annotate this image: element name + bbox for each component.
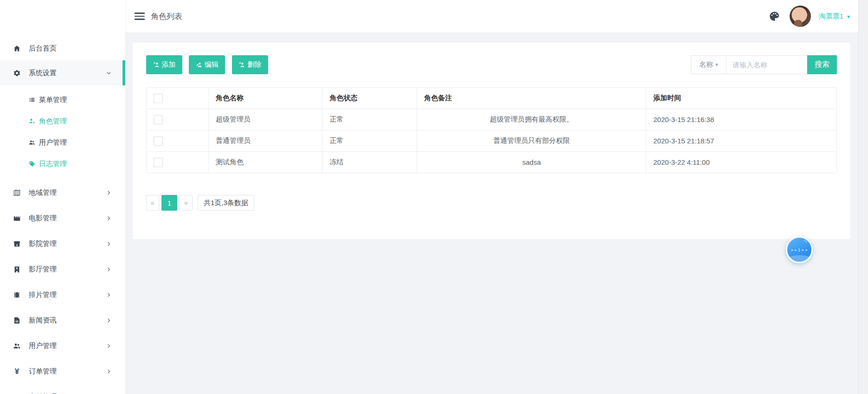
users-icon [29, 139, 35, 146]
pagination-info: 共1页,3条数据 [198, 195, 254, 211]
clock-time-display: --:-- [791, 247, 808, 253]
storefront-icon [13, 240, 21, 248]
delete-button-label: 删除 [247, 60, 261, 69]
sidebar-item-label: 电影管理 [29, 214, 57, 223]
sidebar-item-label: 新闻资讯 [29, 316, 57, 325]
chevron-right-icon [106, 369, 111, 374]
chevron-right-icon [106, 343, 111, 349]
hamburger-menu-icon[interactable] [135, 13, 145, 20]
role-remark-cell: sadsa [417, 152, 646, 173]
sidebar-item-order-mgmt[interactable]: ¥ 订单管理 [0, 362, 125, 381]
pagination-prev-button[interactable]: « [146, 195, 159, 211]
pagination-next-button[interactable]: » [180, 195, 193, 211]
sidebar-item-label: 系统设置 [29, 69, 57, 78]
role-time-cell: 2020-3-15 21:16:38 [646, 109, 837, 130]
app-viewport: 后台首页 系统设置 菜单管理 角色管理 [0, 0, 868, 394]
role-status-cell: 冻结 [322, 152, 417, 173]
sidebar-item-label: 订单管理 [29, 367, 57, 376]
column-header-time: 添加时间 [646, 88, 837, 109]
user-menu[interactable]: 淘票票1 ▾ [818, 12, 850, 21]
table-row: 普通管理员 正常 普通管理员只有部分权限 2020-3-15 21:18:57 [147, 130, 837, 152]
role-time-cell: 2020-3-15 21:18:57 [646, 130, 837, 152]
building-icon [13, 265, 21, 273]
person-remove-icon [238, 61, 245, 68]
role-status-cell: 正常 [322, 109, 417, 130]
floating-clock-widget[interactable]: --:-- [786, 236, 813, 263]
chevron-right-icon [106, 241, 111, 246]
sidebar-item-user-mgmt-sub[interactable]: 用户管理 [0, 132, 125, 153]
sidebar-item-label: 菜单管理 [39, 96, 67, 104]
sidebar-item-label: 日志管理 [39, 160, 67, 168]
column-header-status: 角色状态 [322, 88, 417, 109]
film-strip-icon [13, 291, 21, 299]
sidebar-item-schedule-mgmt[interactable]: 排片管理 [0, 285, 125, 304]
sidebar-item-label: 支付管理 [29, 393, 57, 394]
sidebar-item-label: 排片管理 [29, 291, 57, 299]
sidebar-item-user-mgmt[interactable]: 用户管理 [0, 336, 125, 355]
sidebar-item-dashboard[interactable]: 后台首页 [0, 39, 125, 58]
search-input[interactable] [727, 55, 807, 74]
add-button-label: 添加 [162, 60, 176, 69]
news-document-icon [13, 316, 21, 324]
edit-button-label: 编辑 [205, 60, 219, 69]
page-background: 添加 编辑 删除 名称 ▾ 搜索 [125, 33, 859, 394]
header-checkbox-cell [147, 88, 209, 109]
person-add-icon [153, 61, 160, 68]
table-row: 超级管理员 正常 超级管理员拥有最高权限。 2020-3-15 21:16:38 [147, 109, 837, 130]
delete-button[interactable]: 删除 [232, 55, 268, 74]
roles-table: 角色名称 角色状态 角色备注 添加时间 超级管理员 正常 超级管理员拥有最高权限… [146, 87, 837, 173]
users-icon [13, 342, 21, 350]
caret-down-icon: ▾ [715, 62, 718, 68]
sidebar-item-label: 地域管理 [29, 188, 57, 197]
column-header-remark: 角色备注 [417, 88, 646, 109]
filter-field-label: 名称 [699, 60, 713, 69]
sidebar-item-label: 用户管理 [29, 342, 57, 350]
sidebar-item-movie-mgmt[interactable]: 电影管理 [0, 209, 125, 227]
add-button[interactable]: 添加 [146, 55, 182, 74]
row-checkbox[interactable] [154, 136, 163, 146]
role-name-cell: 超级管理员 [208, 109, 322, 130]
sidebar-item-news[interactable]: 新闻资讯 [0, 311, 125, 329]
username-label: 淘票票1 [818, 12, 843, 20]
sidebar-item-cinema-mgmt[interactable]: 影院管理 [0, 234, 125, 253]
chevron-right-icon [106, 267, 111, 272]
scrollbar[interactable] [858, 0, 868, 394]
gear-icon [13, 69, 21, 77]
sidebar-item-label: 角色管理 [39, 117, 67, 126]
tag-icon [29, 161, 35, 167]
row-checkbox[interactable] [154, 115, 163, 124]
home-icon [13, 45, 21, 52]
sidebar-item-hall-mgmt[interactable]: 影厅管理 [0, 260, 125, 278]
column-header-name: 角色名称 [208, 88, 322, 109]
sidebar: 后台首页 系统设置 菜单管理 角色管理 [0, 0, 126, 394]
search-group: 名称 ▾ 搜索 [691, 55, 837, 74]
chevron-right-icon [106, 292, 111, 297]
role-name-cell: 测试角色 [208, 152, 322, 173]
chevron-down-icon [106, 71, 111, 76]
role-time-cell: 2020-3-22 4:11:00 [646, 152, 837, 173]
avatar[interactable] [790, 6, 811, 27]
role-name-cell: 普通管理员 [208, 130, 322, 152]
row-checkbox[interactable] [154, 158, 163, 167]
sidebar-item-label: 影院管理 [29, 239, 57, 248]
topbar: 角色列表 淘票票1 ▾ [125, 0, 859, 33]
content-card: 添加 编辑 删除 名称 ▾ 搜索 [133, 43, 850, 239]
role-person-gear-icon [29, 118, 35, 124]
pagination-page-1[interactable]: 1 [161, 195, 177, 211]
page-title: 角色列表 [151, 11, 182, 22]
caret-down-icon: ▾ [847, 13, 850, 20]
edit-button[interactable]: 编辑 [189, 55, 225, 74]
sidebar-item-payment-mgmt[interactable]: $ 支付管理 [0, 388, 125, 394]
sidebar-item-region-mgmt[interactable]: 地域管理 [0, 183, 125, 202]
table-row: 测试角色 冻结 sadsa 2020-3-22 4:11:00 [147, 152, 837, 173]
filter-field-select[interactable]: 名称 ▾ [691, 55, 727, 74]
theme-palette-icon[interactable] [768, 10, 780, 22]
sidebar-item-menu-mgmt[interactable]: 菜单管理 [0, 89, 125, 110]
sidebar-item-role-mgmt[interactable]: 角色管理 [0, 110, 125, 132]
select-all-checkbox[interactable] [154, 94, 163, 103]
sidebar-item-log-mgmt[interactable]: 日志管理 [0, 153, 125, 174]
search-button[interactable]: 搜索 [807, 55, 837, 74]
sidebar-item-system-settings[interactable]: 系统设置 [0, 60, 125, 85]
role-remark-cell: 超级管理员拥有最高权限。 [417, 109, 646, 130]
sidebar-item-label: 后台首页 [29, 44, 57, 53]
